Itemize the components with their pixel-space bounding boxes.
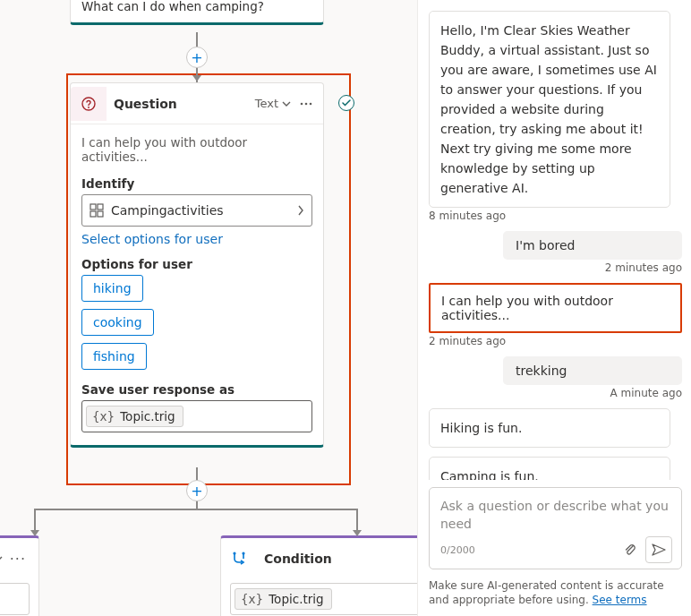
svg-point-3 — [305, 102, 308, 105]
see-terms-link[interactable]: See terms — [593, 594, 647, 606]
condition-variable[interactable]: {x} Topic.trig — [230, 583, 417, 615]
flow-connector — [34, 509, 36, 532]
flow-connector — [34, 509, 358, 510]
bot-message: Hello, I'm Clear Skies Weather Buddy, a … — [429, 11, 670, 208]
timestamp: A minute ago — [429, 387, 682, 399]
svg-point-4 — [310, 102, 312, 105]
svg-point-1 — [88, 107, 90, 108]
flow-canvas[interactable]: What activities can I do outdoors? What … — [0, 0, 417, 616]
user-message: trekking — [503, 356, 682, 385]
condition-title: Condition — [264, 552, 417, 566]
send-button[interactable] — [645, 536, 672, 563]
question-icon — [71, 87, 107, 121]
question-header: Question Text — [71, 83, 323, 124]
timestamp: 2 minutes ago — [429, 335, 682, 347]
timestamp: 8 minutes ago — [429, 210, 682, 222]
checkmark-icon — [338, 95, 354, 111]
condition-variable[interactable]: {x} trig — [0, 583, 30, 615]
identify-label: Identify — [81, 176, 312, 191]
timestamp: 2 minutes ago — [429, 261, 682, 274]
ai-disclaimer: Make sure AI-generated content is accura… — [429, 578, 682, 607]
arrowhead-icon — [30, 530, 39, 536]
question-title: Question — [114, 97, 255, 111]
option-chip[interactable]: cooking — [81, 309, 154, 336]
trigger-phrase: What can I do when camping? — [81, 0, 312, 15]
send-icon — [652, 543, 666, 556]
more-options-button[interactable] — [294, 102, 318, 106]
branch-icon — [221, 542, 257, 576]
condition-node[interactable]: Condition ··· {x} trig — [0, 535, 39, 616]
chat-input-placeholder: Ask a question or describe what you need — [440, 497, 672, 533]
svg-rect-8 — [98, 211, 103, 217]
variable-input[interactable]: {x} Topic.trig — [81, 400, 312, 432]
option-chip[interactable]: fishing — [81, 343, 147, 370]
select-options-link[interactable]: Select options for user — [81, 232, 223, 246]
chat-test-panel: Hello, I'm Clear Skies Weather Buddy, a … — [417, 0, 691, 616]
chat-input[interactable]: Ask a question or describe what you need… — [429, 487, 682, 569]
flow-connector — [356, 509, 358, 532]
char-counter: 0/2000 — [440, 544, 615, 556]
question-prompt: I can help you with outdoor activities..… — [81, 135, 312, 164]
collapse-toggle[interactable] — [0, 556, 6, 561]
entity-icon — [90, 203, 104, 218]
chevron-right-icon — [297, 205, 304, 216]
options-label: Options for user — [81, 257, 312, 271]
variable-prefix: {x} — [92, 409, 115, 424]
paperclip-icon — [623, 543, 637, 557]
add-node-button[interactable]: + — [186, 480, 208, 501]
identify-value: Campingactivities — [111, 203, 297, 218]
chevron-down-icon — [282, 101, 291, 107]
trigger-node[interactable]: What activities can I do outdoors? What … — [70, 0, 324, 25]
identify-entity-picker[interactable]: Campingactivities — [81, 194, 312, 227]
svg-point-2 — [301, 102, 303, 105]
svg-rect-6 — [98, 204, 103, 210]
save-response-label: Save user response as — [81, 382, 312, 397]
svg-point-11 — [233, 552, 235, 554]
arrowhead-icon — [353, 530, 362, 536]
arrowhead-icon — [192, 75, 201, 81]
user-message: I'm bored — [503, 231, 682, 260]
svg-rect-7 — [90, 211, 96, 217]
variable-name: Topic.trig — [120, 409, 175, 424]
bot-message: Camping is fun. — [429, 457, 670, 480]
svg-rect-5 — [90, 204, 96, 210]
option-chip[interactable]: hiking — [81, 275, 143, 302]
bot-message: Hiking is fun. — [429, 408, 670, 448]
condition-node[interactable]: Condition ··· {x} Topic.trig — [220, 535, 417, 616]
output-type-dropdown[interactable]: Text — [255, 97, 291, 110]
question-node[interactable]: Question Text I can help you with outdoo… — [70, 82, 324, 448]
more-options-button[interactable]: ··· — [6, 551, 30, 568]
attach-button[interactable] — [617, 536, 644, 563]
bot-message-highlighted[interactable]: I can help you with outdoor activities..… — [429, 283, 682, 333]
add-node-button[interactable]: + — [186, 47, 208, 68]
svg-point-12 — [242, 552, 244, 554]
